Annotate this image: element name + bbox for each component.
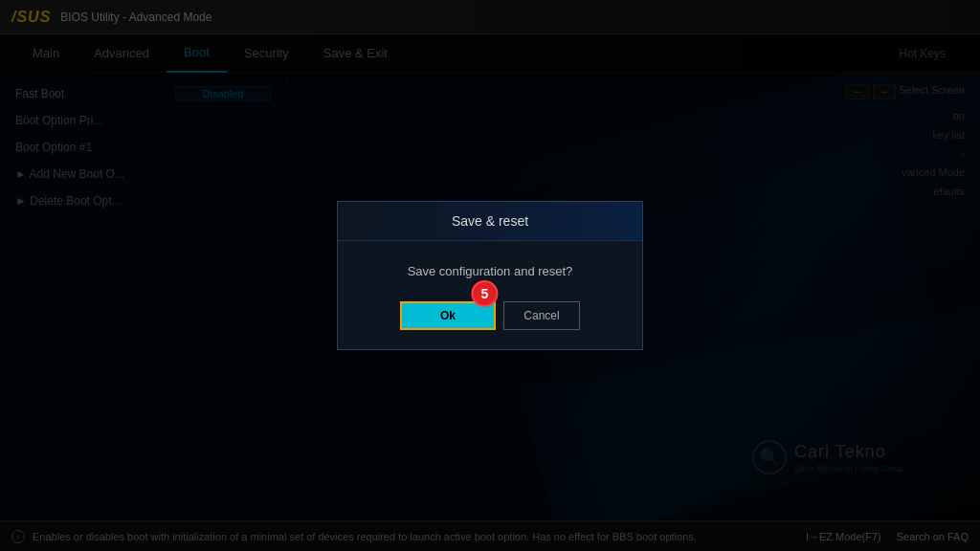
modal-buttons: 5 Ok Cancel — [357, 301, 623, 330]
modal-title: Save & reset — [338, 202, 642, 241]
step-badge: 5 — [471, 280, 498, 307]
modal-message: Save configuration and reset? — [357, 264, 623, 278]
modal-body: Save configuration and reset? 5 Ok Cance… — [338, 241, 642, 349]
cancel-button[interactable]: Cancel — [503, 301, 580, 330]
save-reset-modal: Save & reset Save configuration and rese… — [337, 201, 643, 350]
modal-overlay: Save & reset Save configuration and rese… — [0, 0, 980, 551]
